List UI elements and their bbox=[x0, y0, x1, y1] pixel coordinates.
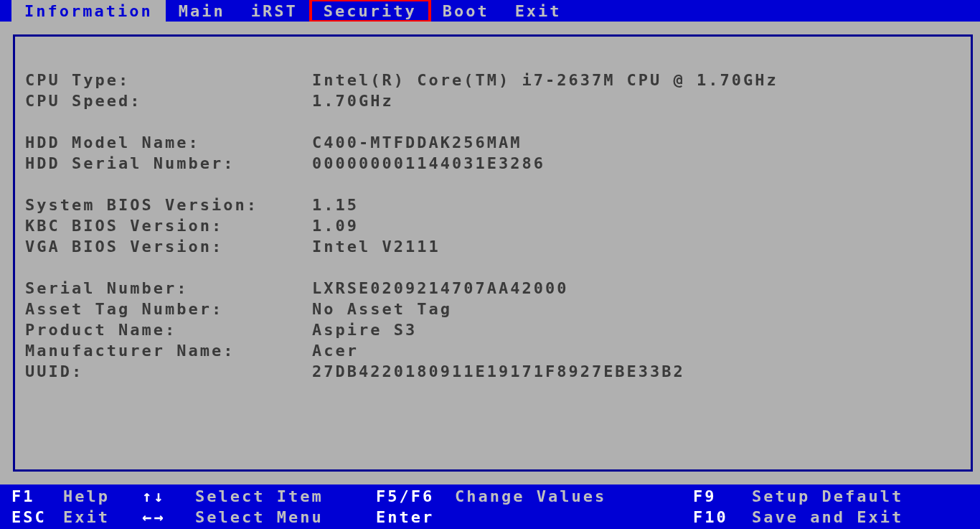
arrow-leftright-icon: ←→ bbox=[142, 507, 195, 529]
arrow-updown-icon: ↑↓ bbox=[142, 486, 195, 507]
label-product: Product Name: bbox=[25, 319, 312, 340]
help-save-exit: Save and Exit bbox=[752, 507, 980, 529]
tab-main[interactable]: Main bbox=[166, 0, 238, 22]
spacer bbox=[25, 257, 961, 278]
row-vga-bios: VGA BIOS Version: Intel V2111 bbox=[25, 236, 961, 257]
row-manufacturer: Manufacturer Name: Acer bbox=[25, 340, 961, 361]
help-bar: F1 Help ↑↓ Select Item F5/F6 Change Valu… bbox=[0, 484, 980, 529]
row-kbc-bios: KBC BIOS Version: 1.09 bbox=[25, 215, 961, 236]
value-cpu-speed: 1.70GHz bbox=[312, 90, 961, 111]
label-vga-bios: VGA BIOS Version: bbox=[25, 236, 312, 257]
label-uuid: UUID: bbox=[25, 361, 312, 382]
value-serial: LXRSE0209214707AA42000 bbox=[312, 278, 961, 299]
row-serial: Serial Number: LXRSE0209214707AA42000 bbox=[25, 278, 961, 299]
help-key-esc: ESC bbox=[11, 507, 63, 529]
spacer bbox=[25, 111, 961, 132]
label-cpu-type: CPU Type: bbox=[25, 70, 312, 90]
row-asset: Asset Tag Number: No Asset Tag bbox=[25, 299, 961, 319]
tab-security[interactable]: Security bbox=[311, 0, 430, 22]
help-row-1: F1 Help ↑↓ Select Item F5/F6 Change Valu… bbox=[11, 486, 980, 507]
value-hdd-model: C400-MTFDDAK256MAM bbox=[312, 132, 961, 153]
row-product: Product Name: Aspire S3 bbox=[25, 319, 961, 340]
tab-exit[interactable]: Exit bbox=[502, 0, 575, 22]
help-select-item: Select Item bbox=[195, 486, 376, 507]
label-asset: Asset Tag Number: bbox=[25, 299, 312, 319]
value-vga-bios: Intel V2111 bbox=[312, 236, 961, 257]
spacer bbox=[25, 174, 961, 195]
info-panel: CPU Type: Intel(R) Core(TM) i7-2637M CPU… bbox=[13, 34, 973, 472]
value-kbc-bios: 1.09 bbox=[312, 215, 961, 236]
row-cpu-speed: CPU Speed: 1.70GHz bbox=[25, 90, 961, 111]
value-uuid: 27DB4220180911E19171F8927EBE33B2 bbox=[312, 361, 961, 382]
row-hdd-serial: HDD Serial Number: 000000001144031E3286 bbox=[25, 153, 961, 174]
label-kbc-bios: KBC BIOS Version: bbox=[25, 215, 312, 236]
value-asset: No Asset Tag bbox=[312, 299, 961, 319]
row-uuid: UUID: 27DB4220180911E19171F8927EBE33B2 bbox=[25, 361, 961, 382]
help-row-2: ESC Exit ←→ Select Menu Enter SelectSubM… bbox=[11, 507, 980, 529]
help-change-values: Change Values bbox=[455, 486, 693, 507]
help-label-help: Help bbox=[63, 486, 142, 507]
help-key-f5f6: F5/F6 bbox=[376, 486, 455, 507]
value-cpu-type: Intel(R) Core(TM) i7-2637M CPU @ 1.70GHz bbox=[312, 70, 961, 90]
info-grid: CPU Type: Intel(R) Core(TM) i7-2637M CPU… bbox=[25, 70, 961, 382]
value-sys-bios: 1.15 bbox=[312, 195, 961, 215]
value-product: Aspire S3 bbox=[312, 319, 961, 340]
row-hdd-model: HDD Model Name: C400-MTFDDAK256MAM bbox=[25, 132, 961, 153]
bios-tab-bar: Information Main iRST Security Boot Exit bbox=[0, 0, 980, 22]
row-cpu-type: CPU Type: Intel(R) Core(TM) i7-2637M CPU… bbox=[25, 70, 961, 90]
help-setup-default: Setup Default bbox=[752, 486, 980, 507]
label-serial: Serial Number: bbox=[25, 278, 312, 299]
tab-boot[interactable]: Boot bbox=[430, 0, 502, 22]
help-key-enter: Enter bbox=[376, 507, 455, 529]
bios-client-area: CPU Type: Intel(R) Core(TM) i7-2637M CPU… bbox=[0, 22, 980, 484]
label-hdd-model: HDD Model Name: bbox=[25, 132, 312, 153]
help-key-f1: F1 bbox=[11, 486, 63, 507]
tab-information[interactable]: Information bbox=[11, 0, 166, 22]
label-sys-bios: System BIOS Version: bbox=[25, 195, 312, 215]
tab-irst[interactable]: iRST bbox=[238, 0, 311, 22]
label-manufacturer: Manufacturer Name: bbox=[25, 340, 312, 361]
label-hdd-serial: HDD Serial Number: bbox=[25, 153, 312, 174]
row-sys-bios: System BIOS Version: 1.15 bbox=[25, 195, 961, 215]
label-cpu-speed: CPU Speed: bbox=[25, 90, 312, 111]
help-label-exit: Exit bbox=[63, 507, 142, 529]
value-manufacturer: Acer bbox=[312, 340, 961, 361]
help-key-f9: F9 bbox=[693, 486, 752, 507]
help-select-menu: Select Menu bbox=[195, 507, 376, 529]
help-key-f10: F10 bbox=[693, 507, 752, 529]
help-select-submenu: SelectSubMenu bbox=[455, 507, 693, 529]
value-hdd-serial: 000000001144031E3286 bbox=[312, 153, 961, 174]
